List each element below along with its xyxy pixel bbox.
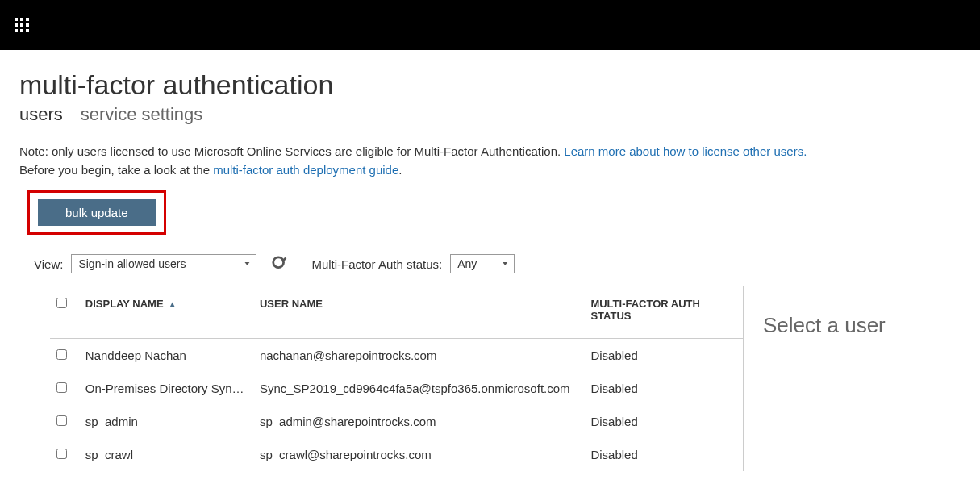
row-checkbox-cell xyxy=(50,372,79,405)
row-checkbox-cell xyxy=(50,438,79,471)
sort-ascending-icon: ▲ xyxy=(168,299,177,309)
display-name-header-label: DISPLAY NAME xyxy=(85,298,164,310)
tab-users[interactable]: users xyxy=(19,104,63,125)
bulk-update-button[interactable]: bulk update xyxy=(38,199,156,226)
status-select-value: Any xyxy=(457,257,477,270)
row-checkbox[interactable] xyxy=(56,382,67,393)
note-line2-suffix: . xyxy=(398,163,402,177)
app-launcher-icon[interactable] xyxy=(15,18,29,32)
display-name-cell: sp_crawl xyxy=(79,438,253,471)
display-name-cell: Nanddeep Nachan xyxy=(79,339,253,373)
user-name-cell: sp_admin@sharepointrocks.com xyxy=(253,405,584,438)
view-label: View: xyxy=(34,257,63,271)
status-cell: Disabled xyxy=(584,438,743,471)
status-label: Multi-Factor Auth status: xyxy=(311,257,442,271)
deployment-guide-link[interactable]: multi-factor auth deployment guide xyxy=(213,163,398,177)
search-icon[interactable] xyxy=(271,255,289,273)
page-title: multi-factor authentication xyxy=(19,69,961,101)
tab-service-settings[interactable]: service settings xyxy=(81,104,203,125)
row-checkbox[interactable] xyxy=(56,349,67,360)
note-text: Note: only users licensed to use Microso… xyxy=(19,143,961,179)
row-checkbox-cell xyxy=(50,405,79,438)
user-name-header[interactable]: USER NAME xyxy=(253,286,584,339)
top-bar xyxy=(0,0,980,50)
details-title: Select a user xyxy=(763,313,961,338)
table-row[interactable]: Nanddeep Nachannachanan@sharepointrocks.… xyxy=(50,339,743,373)
row-checkbox[interactable] xyxy=(56,415,67,426)
users-list-pane: DISPLAY NAME ▲ USER NAME MULTI-FACTOR AU… xyxy=(19,286,743,471)
status-cell: Disabled xyxy=(584,372,743,405)
user-name-cell: sp_crawl@sharepointrocks.com xyxy=(253,438,584,471)
status-cell: Disabled xyxy=(584,405,743,438)
select-all-checkbox[interactable] xyxy=(56,298,67,308)
table-row[interactable]: sp_crawlsp_crawl@sharepointrocks.comDisa… xyxy=(50,438,743,471)
display-name-cell: sp_admin xyxy=(79,405,253,438)
row-checkbox-cell xyxy=(50,339,79,373)
mfa-status-header[interactable]: MULTI-FACTOR AUTH STATUS xyxy=(584,286,743,339)
user-name-cell: Sync_SP2019_cd9964c4fa5a@tspfo365.onmicr… xyxy=(253,372,584,405)
users-table: DISPLAY NAME ▲ USER NAME MULTI-FACTOR AU… xyxy=(50,286,743,471)
main-area: DISPLAY NAME ▲ USER NAME MULTI-FACTOR AU… xyxy=(19,285,961,471)
display-name-cell: On-Premises Directory Synchronization xyxy=(79,372,253,405)
page-content: multi-factor authentication users servic… xyxy=(0,50,980,471)
display-name-header[interactable]: DISPLAY NAME ▲ xyxy=(79,286,253,339)
license-link[interactable]: Learn more about how to license other us… xyxy=(564,144,807,158)
svg-point-0 xyxy=(273,257,284,268)
note-line2-prefix: Before you begin, take a look at the xyxy=(19,163,213,177)
select-all-header xyxy=(50,286,79,339)
view-select[interactable]: Sign-in allowed users xyxy=(71,254,256,273)
status-select[interactable]: Any xyxy=(450,254,515,273)
filters-row: View: Sign-in allowed users Multi-Factor… xyxy=(34,254,961,273)
row-checkbox[interactable] xyxy=(56,449,67,459)
table-row[interactable]: On-Premises Directory SynchronizationSyn… xyxy=(50,372,743,405)
note-prefix: Note: only users licensed to use Microso… xyxy=(19,144,564,158)
table-row[interactable]: sp_adminsp_admin@sharepointrocks.comDisa… xyxy=(50,405,743,438)
status-cell: Disabled xyxy=(584,339,743,373)
view-select-value: Sign-in allowed users xyxy=(78,257,186,270)
bulk-update-highlight: bulk update xyxy=(27,190,166,235)
user-name-cell: nachanan@sharepointrocks.com xyxy=(253,339,584,373)
details-pane: Select a user xyxy=(743,286,961,471)
tabs: users service settings xyxy=(19,104,961,125)
